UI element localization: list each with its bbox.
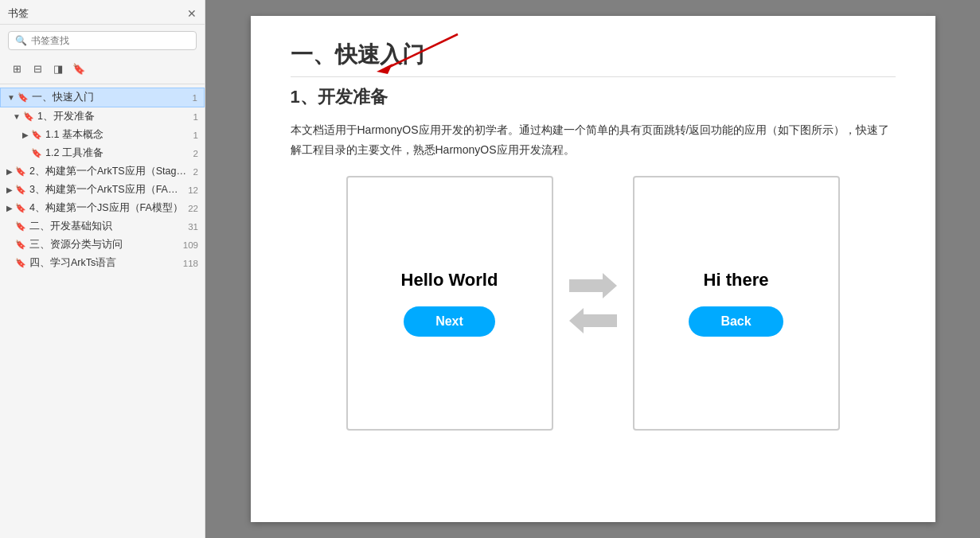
phone2-title: Hi there	[704, 270, 769, 290]
svg-marker-1	[377, 64, 392, 74]
bookmark-list: ▼ 🔖 一、快速入门 1 ▼ 🔖 1、开发准备 1 ▶ 🔖 1.1 基本概念 1…	[0, 84, 205, 538]
left-arrow-icon	[569, 308, 617, 333]
svg-marker-2	[569, 273, 617, 298]
bookmark-icon-1-1-1: 🔖	[31, 130, 42, 140]
search-box: 🔍	[8, 31, 197, 50]
expand-icon-1: ▼	[7, 93, 15, 102]
bookmark-label-1-1-2: 1.2 工具准备	[45, 146, 190, 160]
bookmark-label-7: 四、学习ArkTs语言	[29, 256, 180, 270]
bookmark-page-3: 12	[188, 185, 198, 195]
bookmark-icon-2: 🔖	[15, 166, 26, 177]
demo-container: Hello World Next Hi there Back	[291, 176, 896, 431]
bookmark-item-1-1[interactable]: ▼ 🔖 1、开发准备 1	[0, 107, 205, 126]
bookmark-label-1-1-1: 1.1 基本概念	[45, 128, 190, 142]
bookmark-item-4[interactable]: ▶ 🔖 4、构建第一个JS应用（FA模型） 22	[0, 199, 205, 217]
svg-line-0	[386, 34, 458, 68]
bookmark-icon-3: 🔖	[15, 185, 26, 195]
expand-icon-2: ▶	[6, 167, 13, 176]
back-button[interactable]: Back	[689, 306, 783, 337]
bookmark-page-1-1-1: 1	[193, 131, 198, 140]
search-input[interactable]	[31, 35, 189, 46]
bookmark-icon-4: 🔖	[15, 203, 26, 213]
bookmark-page-1-1: 1	[193, 112, 198, 122]
bookmark-label-6: 三、资源分类与访问	[29, 238, 180, 251]
expand-icon-4: ▶	[6, 204, 13, 212]
bookmark-label-4: 4、构建第一个JS应用（FA模型）	[29, 201, 185, 215]
svg-marker-3	[569, 308, 617, 333]
navigation-arrows	[569, 273, 617, 333]
bookmark-item-7[interactable]: ▶ 🔖 四、学习ArkTs语言 118	[0, 254, 205, 272]
sidebar-close-button[interactable]: ✕	[187, 8, 197, 19]
red-arrow-annotation	[362, 30, 474, 77]
search-icon: 🔍	[15, 35, 27, 46]
expand-all-button[interactable]: ⊞	[8, 60, 25, 77]
bookmark-toolbar: ⊞ ⊟ ◨ 🔖	[0, 57, 205, 84]
collapse-all-button[interactable]: ⊟	[29, 60, 46, 77]
bookmark-label-1: 一、快速入门	[32, 91, 189, 104]
bookmark-label-3: 3、构建第一个ArkTS应用（FA模型）	[29, 183, 185, 197]
bookmark-page-7: 118	[183, 259, 198, 268]
phone-mockup-2: Hi there Back	[633, 176, 840, 431]
bookmark-label-2: 2、构建第一个ArkTS应用（Stage模型）	[29, 165, 190, 178]
bookmark-item-2[interactable]: ▶ 🔖 2、构建第一个ArkTS应用（Stage模型） 2	[0, 162, 205, 181]
next-button[interactable]: Next	[404, 306, 495, 337]
sidebar-header: 书签 ✕	[0, 0, 205, 25]
bookmark-icon-6: 🔖	[15, 240, 26, 250]
description-text: 本文档适用于HarmonyOS应用开发的初学者。通过构建一个简单的具有页面跳转/…	[291, 120, 896, 160]
bookmark-item-3[interactable]: ▶ 🔖 3、构建第一个ArkTS应用（FA模型） 12	[0, 181, 205, 199]
bookmark-item-5[interactable]: ▶ 🔖 二、开发基础知识 31	[0, 217, 205, 236]
phone-mockup-1: Hello World Next	[346, 176, 553, 431]
bookmark-icon-1-1-2: 🔖	[31, 148, 42, 158]
bookmark-item-1[interactable]: ▼ 🔖 一、快速入门 1	[0, 88, 205, 107]
sidebar: 书签 ✕ 🔍 ⊞ ⊟ ◨ 🔖 ▼ 🔖 一、快速入门 1 ▼ 🔖 1、开发准备 1…	[0, 0, 205, 538]
bookmark-page-2: 2	[193, 167, 198, 177]
add-bookmark-button[interactable]: 🔖	[70, 60, 88, 77]
right-arrow-icon	[569, 273, 617, 298]
bookmark-icon-1: 🔖	[18, 92, 29, 103]
bookmark-label-1-1: 1、开发准备	[37, 110, 190, 123]
expand-icon-1-1: ▼	[13, 112, 21, 121]
bookmark-page-6: 109	[183, 240, 198, 250]
bookmark-item-1-1-2[interactable]: ▶ 🔖 1.2 工具准备 2	[0, 144, 205, 162]
bookmark-label-5: 二、开发基础知识	[29, 220, 185, 233]
main-content: 一、快速入门 1、开发准备 本文档适用于HarmonyOS应用开发的初学者。通过…	[205, 0, 980, 538]
sub-title: 1、开发准备	[291, 85, 896, 109]
sidebar-title: 书签	[8, 6, 29, 21]
bookmark-item-6[interactable]: ▶ 🔖 三、资源分类与访问 109	[0, 236, 205, 254]
bookmark-page-4: 22	[188, 204, 198, 213]
bookmark-icon-5: 🔖	[15, 221, 26, 232]
expand-icon-1-1-1: ▶	[22, 131, 29, 139]
page-document: 一、快速入门 1、开发准备 本文档适用于HarmonyOS应用开发的初学者。通过…	[251, 16, 935, 522]
bookmark-item-1-1-1[interactable]: ▶ 🔖 1.1 基本概念 1	[0, 126, 205, 144]
bookmark-icon-1-1: 🔖	[23, 111, 34, 122]
expand-icon-3: ▶	[6, 185, 13, 194]
bookmark-page-1: 1	[193, 93, 197, 103]
bookmark-icon-7: 🔖	[15, 258, 26, 268]
bookmark-page-5: 31	[188, 222, 198, 232]
phone1-title: Hello World	[401, 270, 498, 290]
page-prev-button[interactable]: ◨	[49, 60, 67, 77]
bookmark-page-1-1-2: 2	[193, 149, 198, 158]
